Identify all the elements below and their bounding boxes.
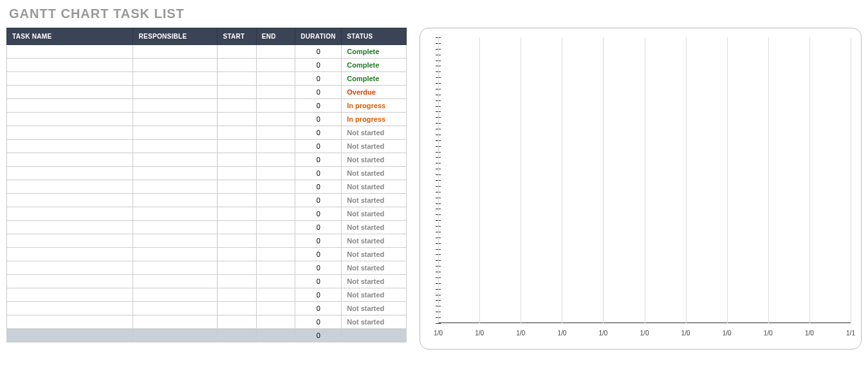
cell-status[interactable]: Not started [342, 126, 407, 140]
cell-responsible[interactable] [133, 99, 217, 113]
cell-status[interactable]: Not started [342, 302, 407, 315]
cell-start[interactable] [217, 207, 256, 221]
cell-status[interactable]: Complete [342, 45, 407, 59]
cell-status[interactable]: Not started [342, 288, 407, 302]
cell-end[interactable] [256, 140, 295, 153]
cell-end[interactable] [256, 113, 295, 126]
cell-responsible[interactable] [133, 126, 217, 140]
cell-status[interactable]: Not started [342, 153, 407, 167]
cell-responsible[interactable] [133, 221, 217, 234]
table-row[interactable]: 0Not started [7, 167, 407, 180]
cell-start[interactable] [217, 261, 256, 275]
table-row[interactable]: 0Complete [7, 45, 407, 59]
cell-task[interactable] [7, 99, 133, 113]
cell-end[interactable] [256, 45, 295, 59]
cell-task[interactable] [7, 207, 133, 221]
cell-end[interactable] [256, 194, 295, 207]
cell-task[interactable] [7, 45, 133, 59]
cell-end[interactable] [256, 153, 295, 167]
table-row[interactable]: 0Overdue [7, 86, 407, 99]
cell-start[interactable] [217, 288, 256, 302]
table-row[interactable]: 0In progress [7, 113, 407, 126]
cell-start[interactable] [217, 234, 256, 248]
cell-end[interactable] [256, 207, 295, 221]
cell-task[interactable] [7, 234, 133, 248]
cell-responsible[interactable] [133, 248, 217, 261]
cell-responsible[interactable] [133, 207, 217, 221]
cell-status[interactable]: Not started [342, 315, 407, 329]
cell-task[interactable] [7, 221, 133, 234]
cell-start[interactable] [217, 59, 256, 72]
cell-responsible[interactable] [133, 113, 217, 126]
cell-task[interactable] [7, 261, 133, 275]
cell-responsible[interactable] [133, 288, 217, 302]
table-row[interactable]: 0Not started [7, 207, 407, 221]
cell-responsible[interactable] [133, 167, 217, 180]
cell-start[interactable] [217, 315, 256, 329]
cell-task[interactable] [7, 315, 133, 329]
table-row[interactable]: 0Not started [7, 126, 407, 140]
cell-end[interactable] [256, 167, 295, 180]
cell-end[interactable] [256, 315, 295, 329]
cell-start[interactable] [217, 194, 256, 207]
cell-start[interactable] [217, 302, 256, 315]
cell-task[interactable] [7, 86, 133, 99]
cell-task[interactable] [7, 302, 133, 315]
cell-task[interactable] [7, 275, 133, 288]
cell-status[interactable]: Not started [342, 167, 407, 180]
cell-task[interactable] [7, 113, 133, 126]
cell-start[interactable] [217, 180, 256, 194]
cell-task[interactable] [7, 248, 133, 261]
table-row[interactable]: 0Not started [7, 221, 407, 234]
cell-end[interactable] [256, 275, 295, 288]
table-row[interactable]: 0Not started [7, 288, 407, 302]
cell-start[interactable] [217, 72, 256, 86]
cell-task[interactable] [7, 167, 133, 180]
cell-start[interactable] [217, 86, 256, 99]
cell-status[interactable]: In progress [342, 113, 407, 126]
table-row[interactable]: 0In progress [7, 99, 407, 113]
cell-status[interactable]: Complete [342, 59, 407, 72]
table-row[interactable]: 0Not started [7, 234, 407, 248]
cell-status[interactable]: Not started [342, 221, 407, 234]
cell-status[interactable]: Not started [342, 261, 407, 275]
cell-end[interactable] [256, 248, 295, 261]
cell-start[interactable] [217, 99, 256, 113]
table-row[interactable]: 0Not started [7, 140, 407, 153]
cell-task[interactable] [7, 140, 133, 153]
cell-responsible[interactable] [133, 153, 217, 167]
cell-end[interactable] [256, 180, 295, 194]
cell-end[interactable] [256, 234, 295, 248]
cell-status[interactable]: Not started [342, 140, 407, 153]
cell-responsible[interactable] [133, 140, 217, 153]
cell-start[interactable] [217, 153, 256, 167]
cell-responsible[interactable] [133, 72, 217, 86]
cell-start[interactable] [217, 113, 256, 126]
cell-responsible[interactable] [133, 194, 217, 207]
cell-task[interactable] [7, 153, 133, 167]
table-row[interactable]: 0Not started [7, 315, 407, 329]
cell-responsible[interactable] [133, 261, 217, 275]
table-row[interactable]: 0Complete [7, 59, 407, 72]
cell-responsible[interactable] [133, 234, 217, 248]
table-row[interactable]: 0Complete [7, 72, 407, 86]
cell-task[interactable] [7, 126, 133, 140]
cell-start[interactable] [217, 126, 256, 140]
table-row[interactable]: 0Not started [7, 248, 407, 261]
cell-responsible[interactable] [133, 275, 217, 288]
cell-end[interactable] [256, 86, 295, 99]
cell-end[interactable] [256, 72, 295, 86]
table-row[interactable]: 0Not started [7, 261, 407, 275]
cell-status[interactable]: Not started [342, 194, 407, 207]
cell-status[interactable]: Not started [342, 248, 407, 261]
table-row[interactable]: 0Not started [7, 275, 407, 288]
cell-start[interactable] [217, 167, 256, 180]
cell-status[interactable]: Not started [342, 234, 407, 248]
cell-start[interactable] [217, 248, 256, 261]
cell-responsible[interactable] [133, 86, 217, 99]
cell-responsible[interactable] [133, 302, 217, 315]
cell-end[interactable] [256, 288, 295, 302]
cell-task[interactable] [7, 72, 133, 86]
cell-status[interactable]: Not started [342, 275, 407, 288]
table-row[interactable]: 0Not started [7, 194, 407, 207]
